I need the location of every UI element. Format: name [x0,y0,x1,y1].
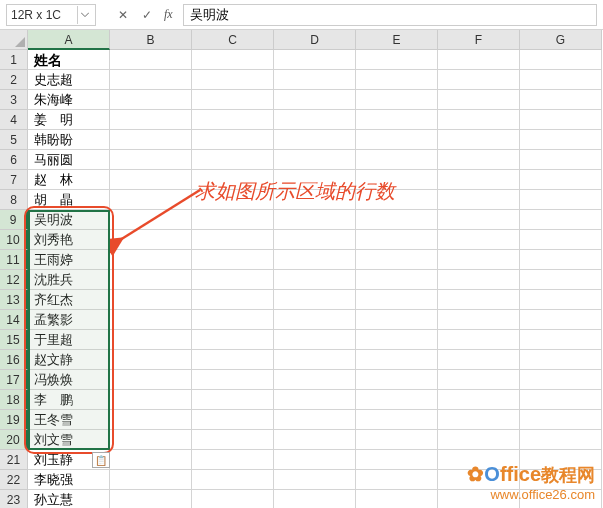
cell[interactable]: 姜 明 [28,110,110,130]
cell[interactable] [192,50,274,70]
cell[interactable] [438,330,520,350]
cell[interactable] [356,70,438,90]
cell[interactable] [438,70,520,90]
cell[interactable]: 马丽圆 [28,150,110,170]
cell[interactable] [274,90,356,110]
cell[interactable] [520,170,602,190]
cell[interactable] [520,330,602,350]
cell[interactable] [274,250,356,270]
cell[interactable] [356,330,438,350]
cell[interactable] [520,410,602,430]
cell[interactable] [356,50,438,70]
cell[interactable]: 赵文静 [28,350,110,370]
cell[interactable] [520,150,602,170]
row-header[interactable]: 18 [0,390,28,410]
cell[interactable] [520,110,602,130]
cell[interactable] [356,450,438,470]
cell[interactable] [438,270,520,290]
cell[interactable] [438,110,520,130]
cell[interactable]: 刘秀艳 [28,230,110,250]
cell[interactable] [274,470,356,490]
row-header[interactable]: 3 [0,90,28,110]
cell[interactable] [438,290,520,310]
cell[interactable] [192,330,274,350]
cell[interactable]: 吴明波 [28,210,110,230]
column-header-c[interactable]: C [192,30,274,50]
cell[interactable] [274,150,356,170]
cell[interactable] [274,70,356,90]
cell[interactable] [356,270,438,290]
select-all-corner[interactable] [0,30,28,50]
cell[interactable] [438,90,520,110]
cell[interactable] [110,230,192,250]
cell[interactable]: 史志超 [28,70,110,90]
chevron-down-icon[interactable] [77,6,91,24]
cell[interactable] [110,150,192,170]
cells-area[interactable]: 姓名史志超朱海峰姜 明韩盼盼马丽圆赵 林胡 晶吴明波刘秀艳王雨婷沈胜兵齐红杰孟繁… [28,50,602,508]
cell[interactable] [438,430,520,450]
row-header[interactable]: 10 [0,230,28,250]
cell[interactable]: 王雨婷 [28,250,110,270]
row-header[interactable]: 5 [0,130,28,150]
cell[interactable] [110,170,192,190]
column-header-f[interactable]: F [438,30,520,50]
cell[interactable]: 李晓强 [28,470,110,490]
cell[interactable]: 刘文雪 [28,430,110,450]
cell[interactable] [192,430,274,450]
fx-icon[interactable]: fx [164,7,173,22]
row-header[interactable]: 11 [0,250,28,270]
cell[interactable] [192,370,274,390]
cell[interactable] [520,190,602,210]
row-header[interactable]: 15 [0,330,28,350]
cell[interactable] [110,410,192,430]
cell[interactable] [520,350,602,370]
cell[interactable] [192,310,274,330]
cell[interactable]: 李 鹏 [28,390,110,410]
cell[interactable] [192,270,274,290]
cell[interactable] [274,410,356,430]
cell[interactable] [356,430,438,450]
cancel-icon[interactable]: ✕ [112,4,134,26]
cell[interactable] [110,390,192,410]
cell[interactable] [110,90,192,110]
row-header[interactable]: 12 [0,270,28,290]
row-header[interactable]: 14 [0,310,28,330]
cell[interactable] [274,50,356,70]
cell[interactable]: 姓名 [28,50,110,70]
cell[interactable] [438,50,520,70]
cell[interactable] [520,310,602,330]
cell[interactable]: 王冬雪 [28,410,110,430]
cell[interactable] [110,50,192,70]
cell[interactable] [356,390,438,410]
cell[interactable] [274,270,356,290]
cell[interactable] [520,390,602,410]
cell[interactable] [274,450,356,470]
cell[interactable] [274,130,356,150]
cell[interactable] [192,290,274,310]
cell[interactable] [438,210,520,230]
cell[interactable] [438,170,520,190]
cell[interactable] [438,390,520,410]
cell[interactable] [520,370,602,390]
cell[interactable] [356,90,438,110]
cell[interactable] [110,370,192,390]
cell[interactable] [192,410,274,430]
cell[interactable] [192,250,274,270]
row-header[interactable]: 1 [0,50,28,70]
confirm-icon[interactable]: ✓ [136,4,158,26]
cell[interactable] [274,110,356,130]
cell[interactable] [274,390,356,410]
column-header-e[interactable]: E [356,30,438,50]
cell[interactable] [192,350,274,370]
cell[interactable] [110,210,192,230]
cell[interactable] [274,370,356,390]
cell[interactable] [274,490,356,508]
cell[interactable]: 孙立慧 [28,490,110,508]
cell[interactable] [520,270,602,290]
column-header-d[interactable]: D [274,30,356,50]
cell[interactable] [520,430,602,450]
cell[interactable] [110,450,192,470]
name-box[interactable]: 12R x 1C [6,4,96,26]
cell[interactable] [520,50,602,70]
cell[interactable] [520,90,602,110]
